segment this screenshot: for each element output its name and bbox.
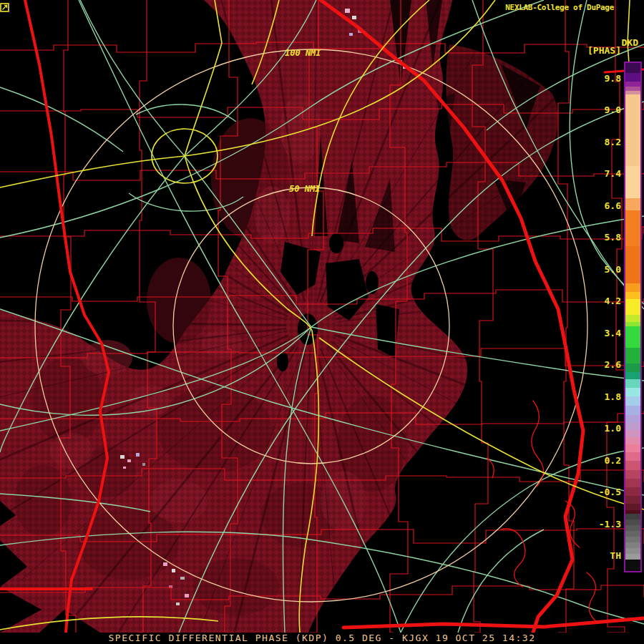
- colorbar-segment: [625, 364, 640, 372]
- colorbar-segment: [625, 348, 640, 364]
- colorbar-segment: [625, 461, 640, 470]
- colorbar-segment: [625, 470, 640, 479]
- colorbar-tick-label: 7.4: [571, 167, 621, 180]
- colorbar-segment: [625, 496, 640, 504]
- colorbar-segment: [625, 63, 640, 73]
- colorbar-segment: [625, 514, 640, 519]
- colorbar-segment: [625, 525, 640, 531]
- colorbar: [624, 62, 642, 572]
- colorbar-segment: [625, 73, 640, 82]
- colorbar-segment: [625, 415, 640, 423]
- colorbar-tick-label: 5.0: [571, 263, 621, 276]
- colorbar-segment: [625, 423, 640, 430]
- colorbar-segment: [625, 388, 640, 396]
- colorbar-tick-label: 6.6: [571, 200, 621, 213]
- colorbar-segment: [625, 542, 640, 548]
- colorbar-tick-label: 2.6: [571, 358, 621, 371]
- colorbar-tick-label: 9.0: [571, 104, 621, 117]
- radar-map: 100 NMI 50 NMI: [0, 0, 644, 633]
- colorbar-segment: [625, 487, 640, 496]
- colorbar-segment: [625, 452, 640, 461]
- colorbar-segment: [625, 396, 640, 406]
- colorbar-segment: [625, 479, 640, 487]
- status-bar: SPECIFIC DIFFERENTIAL PHASE (KDP) 0.5 DE…: [0, 633, 644, 644]
- colorbar-tick-label: 9.8: [571, 72, 621, 85]
- ring-label-100nmi: 100 NMI: [285, 48, 321, 58]
- colorbar-segment: [625, 537, 640, 542]
- colorbar-segment: [625, 531, 640, 537]
- product-code-label: DKD: [622, 37, 638, 48]
- colorbar-segment: [625, 372, 640, 379]
- colorbar-segment: [625, 554, 640, 560]
- colorbar-segment: [625, 437, 640, 444]
- colorbar-tick-label: 4.2: [571, 295, 621, 308]
- colorbar-segment: [625, 548, 640, 554]
- colorbar-segment: [625, 166, 640, 198]
- ring-label-50nmi: 50 NMI: [289, 184, 321, 194]
- colorbar-segment: [625, 430, 640, 437]
- colorbar-segment: [625, 379, 640, 388]
- colorbar-tick-label: TH: [571, 550, 621, 562]
- colorbar-segment: [625, 519, 640, 525]
- colorbar-tick-label: -0.5: [571, 486, 621, 499]
- attribution-text: NEXLAB-College of DuPage: [505, 3, 614, 12]
- colorbar-segment: [625, 406, 640, 415]
- colorbar-segment: [625, 198, 640, 210]
- colorbar-segment: [625, 560, 640, 571]
- radar-viewer: 100 NMI 50 NMI NEXLAB-College of DuPage …: [0, 0, 644, 644]
- colorbar-segment: [625, 292, 640, 299]
- colorbar-segment: [625, 299, 640, 315]
- colorbar-tick-label: 1.0: [571, 422, 621, 435]
- colorbar-segment: [625, 82, 640, 87]
- colorbar-tick-label: 8.2: [571, 136, 621, 149]
- colorbar-tick-label: 1.8: [571, 391, 621, 404]
- colorbar-tick-label: 0.2: [571, 454, 621, 467]
- colorbar-segment: [625, 246, 640, 283]
- colorbar-segment: [625, 94, 640, 166]
- colorbar-segment: [625, 283, 640, 292]
- colorbar-segment: [625, 210, 640, 246]
- colorbar-segment: [625, 504, 640, 510]
- colorbar-segment: [625, 444, 640, 452]
- colorbar-segment: [625, 315, 640, 322]
- cod-logo-icon: [0, 3, 9, 12]
- colorbar-tick-label: 3.4: [571, 327, 621, 340]
- units-label: [PHAS]: [587, 45, 621, 56]
- colorbar-tick-label: -1.3: [571, 518, 621, 531]
- colorbar-tick-label: 5.8: [571, 231, 621, 244]
- colorbar-segment: [625, 326, 640, 348]
